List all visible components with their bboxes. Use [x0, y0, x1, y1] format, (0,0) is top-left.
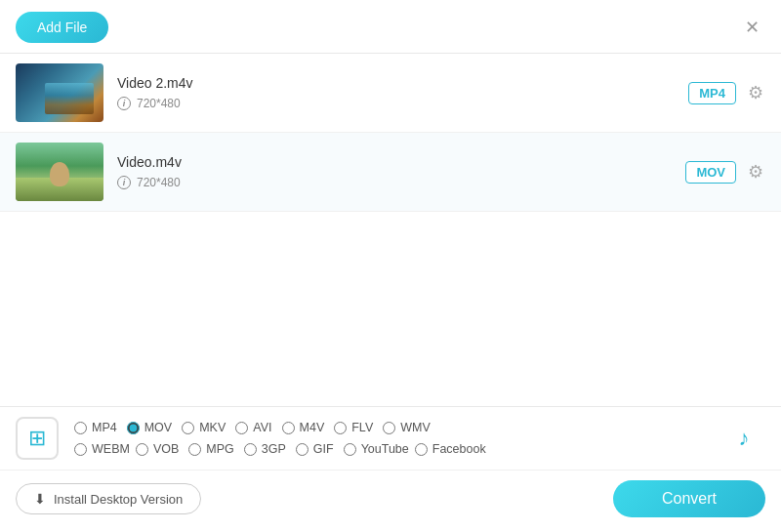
format-option-youtube[interactable]: YouTube [344, 442, 409, 456]
radio-mpg[interactable] [188, 443, 201, 456]
content-area: Video 2.m4v i 720*480 MP4 ⚙ Video.m4v i … [0, 54, 781, 527]
video-format-icon: ⊞ [16, 417, 59, 460]
format-option-m4v[interactable]: M4V [282, 421, 325, 434]
format-label-webm: WEBM [92, 442, 130, 456]
close-button[interactable]: ✕ [739, 17, 765, 38]
file-name: Video 2.m4v [117, 75, 688, 91]
format-option-flv[interactable]: FLV [334, 421, 373, 434]
thumbnail [16, 143, 103, 201]
install-label: Install Desktop Version [54, 492, 183, 507]
settings-button[interactable]: ⚙ [746, 159, 765, 184]
music-icon-wrap: ♪ [722, 417, 765, 460]
download-icon: ⬇ [34, 491, 46, 507]
radio-youtube[interactable] [344, 443, 356, 456]
file-name: Video.m4v [117, 154, 685, 170]
radio-gif[interactable] [296, 443, 308, 456]
radio-flv[interactable] [334, 422, 347, 434]
radio-mp4[interactable] [74, 422, 87, 434]
settings-button[interactable]: ⚙ [746, 80, 765, 105]
format-label-wmv: WMV [400, 421, 431, 434]
thumbnail [16, 63, 103, 122]
radio-webm[interactable] [74, 443, 87, 456]
radio-wmv[interactable] [383, 422, 395, 434]
info-icon: i [117, 97, 131, 110]
format-bar: ⊞ MP4 MOV MKV [0, 407, 781, 471]
radio-m4v[interactable] [282, 422, 295, 434]
radio-vob[interactable] [136, 443, 148, 456]
format-badge-mp4[interactable]: MP4 [688, 82, 736, 104]
format-label-youtube: YouTube [361, 442, 409, 456]
format-option-mov[interactable]: MOV [127, 421, 172, 434]
format-option-wmv[interactable]: WMV [383, 421, 431, 434]
radio-3gp[interactable] [244, 443, 257, 456]
radio-avi[interactable] [235, 422, 248, 434]
format-label-vob: VOB [153, 442, 179, 456]
file-resolution: 720*480 [137, 97, 181, 110]
format-label-avi: AVI [253, 421, 271, 434]
format-option-gif[interactable]: GIF [296, 442, 334, 456]
format-label-mp4: MP4 [92, 421, 117, 434]
format-option-avi[interactable]: AVI [235, 421, 271, 434]
format-label-mpg: MPG [206, 442, 233, 456]
format-label-facebook: Facebook [432, 442, 486, 456]
bottom-bar: ⊞ MP4 MOV MKV [0, 406, 781, 527]
format-option-3gp[interactable]: 3GP [244, 442, 286, 456]
file-info: Video 2.m4v i 720*480 [103, 75, 688, 110]
format-option-mp4[interactable]: MP4 [74, 421, 117, 434]
file-actions: MP4 ⚙ [688, 80, 765, 105]
file-list: Video 2.m4v i 720*480 MP4 ⚙ Video.m4v i … [0, 54, 781, 230]
music-icon: ♪ [739, 426, 750, 451]
file-info: Video.m4v i 720*480 [103, 154, 685, 189]
file-item: Video 2.m4v i 720*480 MP4 ⚙ [0, 54, 781, 133]
format-badge-mov[interactable]: MOV [685, 161, 736, 184]
format-option-vob[interactable]: VOB [136, 442, 179, 456]
radio-mov[interactable] [127, 422, 140, 434]
add-file-button[interactable]: Add File [16, 12, 108, 43]
format-option-mpg[interactable]: MPG [188, 442, 233, 456]
format-option-webm[interactable]: WEBM [74, 442, 130, 456]
format-option-facebook[interactable]: Facebook [415, 442, 486, 456]
format-label-mov: MOV [144, 421, 172, 434]
file-meta: i 720*480 [117, 176, 685, 189]
format-label-mkv: MKV [199, 421, 226, 434]
spacer [0, 230, 781, 407]
install-desktop-button[interactable]: ⬇ Install Desktop Version [16, 483, 201, 514]
film-icon: ⊞ [28, 426, 46, 451]
format-options-container: MP4 MOV MKV AVI [74, 421, 713, 456]
radio-mkv[interactable] [182, 422, 194, 434]
file-item: Video.m4v i 720*480 MOV ⚙ [0, 133, 781, 212]
file-resolution: 720*480 [137, 176, 181, 189]
radio-facebook[interactable] [415, 443, 428, 456]
format-label-m4v: M4V [300, 421, 325, 434]
format-label-3gp: 3GP [262, 442, 286, 456]
file-meta: i 720*480 [117, 97, 688, 110]
format-label-gif: GIF [313, 442, 334, 456]
file-actions: MOV ⚙ [685, 159, 765, 184]
format-label-flv: FLV [351, 421, 373, 434]
format-row-1: MP4 MOV MKV AVI [74, 421, 713, 434]
header: Add File ✕ [0, 0, 781, 54]
format-option-mkv[interactable]: MKV [182, 421, 226, 434]
format-row-2: WEBM VOB MPG 3GP [74, 442, 713, 456]
action-bar: ⬇ Install Desktop Version Convert [0, 471, 781, 527]
convert-button[interactable]: Convert [613, 480, 765, 517]
info-icon: i [117, 176, 131, 189]
